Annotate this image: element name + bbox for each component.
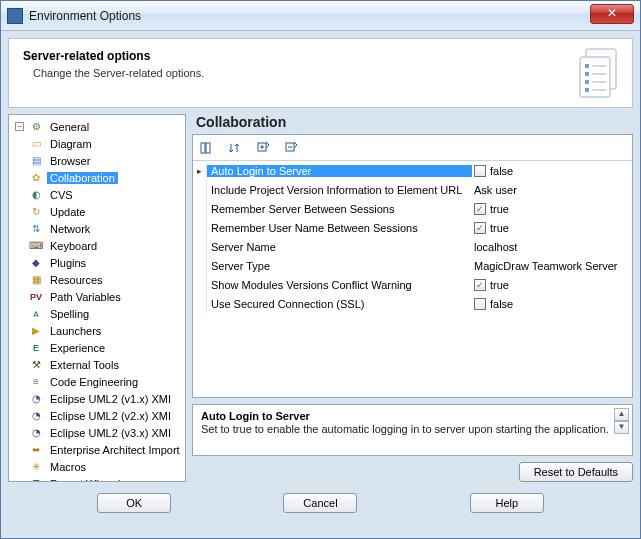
property-value-text: false <box>490 298 513 310</box>
close-button[interactable]: ✕ <box>590 4 634 24</box>
tree-item-label: Update <box>47 206 88 218</box>
tree-item-icon: ⚒ <box>28 358 44 372</box>
property-name: Remember User Name Between Sessions <box>207 222 472 234</box>
checkbox-icon[interactable]: ✓ <box>474 203 486 215</box>
tree-item-resources[interactable]: ▦Resources <box>9 271 185 288</box>
property-value[interactable]: localhost <box>472 241 632 253</box>
tree-item-label: Code Engineering <box>47 376 141 388</box>
tree-item-eclipse-uml2-v3-x-xmi[interactable]: ◔Eclipse UML2 (v3.x) XMI <box>9 424 185 441</box>
tree-item-icon: ◔ <box>28 392 44 406</box>
property-value[interactable]: ✓true <box>472 279 632 291</box>
property-name: Auto Login to Server <box>207 165 472 177</box>
property-value[interactable]: ✓true <box>472 203 632 215</box>
tree-item-collaboration[interactable]: ✿Collaboration <box>9 169 185 186</box>
tree-item-experience[interactable]: EExperience <box>9 339 185 356</box>
tree-item-label: CVS <box>47 189 76 201</box>
row-marker-icon <box>193 275 207 294</box>
tree-item-icon: PV <box>28 290 44 304</box>
tree-item-icon: ↻ <box>28 205 44 219</box>
header-panel: Server-related options Change the Server… <box>8 38 633 108</box>
tree-item-browser[interactable]: ▤Browser <box>9 152 185 169</box>
tree-item-eclipse-uml2-v2-x-xmi[interactable]: ◔Eclipse UML2 (v2.x) XMI <box>9 407 185 424</box>
svg-rect-4 <box>585 80 589 84</box>
description-scroll[interactable]: ▲▼ <box>614 408 629 434</box>
tree-item-icon: ▶ <box>28 324 44 338</box>
tree-item-label: Collaboration <box>47 172 118 184</box>
tree-item-path-variables[interactable]: PVPath Variables <box>9 288 185 305</box>
checkbox-icon[interactable] <box>474 165 486 177</box>
property-value-text: Ask user <box>474 184 517 196</box>
tree-item-label: General <box>47 121 92 133</box>
tree-item-icon: ≣ <box>28 477 44 483</box>
section-title: Collaboration <box>196 114 633 130</box>
tree-item-label: Launchers <box>47 325 104 337</box>
property-value-text: true <box>490 203 509 215</box>
grid-expand-icon[interactable] <box>253 138 273 158</box>
property-row[interactable]: ▸Auto Login to Serverfalse <box>193 161 632 180</box>
tree-item-label: Eclipse UML2 (v3.x) XMI <box>47 427 174 439</box>
tree-item-code-engineering[interactable]: ≡Code Engineering <box>9 373 185 390</box>
tree-item-eclipse-uml2-v1-x-xmi[interactable]: ◔Eclipse UML2 (v1.x) XMI <box>9 390 185 407</box>
tree-item-icon: ◔ <box>28 426 44 440</box>
checkbox-icon[interactable]: ✓ <box>474 222 486 234</box>
property-row[interactable]: Include Project Version Information to E… <box>193 180 632 199</box>
tree-item-cvs[interactable]: ◐CVS <box>9 186 185 203</box>
property-row[interactable]: Show Modules Versions Conflict Warning✓t… <box>193 275 632 294</box>
property-row[interactable]: Server Namelocalhost <box>193 237 632 256</box>
tree-item-enterprise-architect-import[interactable]: ⬌Enterprise Architect Import <box>9 441 185 458</box>
tree-item-label: Path Variables <box>47 291 124 303</box>
property-name: Include Project Version Information to E… <box>207 184 472 196</box>
ok-button[interactable]: OK <box>97 493 171 513</box>
tree-item-icon: ⚙ <box>28 120 44 134</box>
tree-item-keyboard[interactable]: ⌨Keyboard <box>9 237 185 254</box>
tree-item-spelling[interactable]: ᴀSpelling <box>9 305 185 322</box>
property-row[interactable]: Server TypeMagicDraw Teamwork Server <box>193 256 632 275</box>
tree-item-macros[interactable]: ✳Macros <box>9 458 185 475</box>
property-row[interactable]: Use Secured Connection (SSL)false <box>193 294 632 313</box>
row-marker-icon <box>193 237 207 256</box>
property-name: Use Secured Connection (SSL) <box>207 298 472 310</box>
property-row[interactable]: Remember User Name Between Sessions✓true <box>193 218 632 237</box>
header-title: Server-related options <box>23 49 618 63</box>
svg-rect-5 <box>585 88 589 92</box>
property-value[interactable]: false <box>472 165 632 177</box>
property-value[interactable]: ✓true <box>472 222 632 234</box>
description-text: Set to true to enable the automatic logg… <box>201 423 624 435</box>
tree-item-icon: ᴀ <box>28 307 44 321</box>
tree-item-icon: ⇅ <box>28 222 44 236</box>
grid-sort-icon[interactable] <box>225 138 245 158</box>
help-button[interactable]: Help <box>470 493 544 513</box>
tree-item-report-wizard[interactable]: ≣Report Wizard <box>9 475 185 482</box>
svg-rect-10 <box>201 143 205 153</box>
property-value[interactable]: false <box>472 298 632 310</box>
tree-item-general[interactable]: −⚙General <box>9 118 185 135</box>
grid-toolbar <box>193 135 632 161</box>
property-value-text: true <box>490 222 509 234</box>
tree-item-launchers[interactable]: ▶Launchers <box>9 322 185 339</box>
checkbox-icon[interactable]: ✓ <box>474 279 486 291</box>
app-icon <box>7 8 23 24</box>
grid-columns-icon[interactable] <box>197 138 217 158</box>
tree-item-external-tools[interactable]: ⚒External Tools <box>9 356 185 373</box>
tree-item-network[interactable]: ⇅Network <box>9 220 185 237</box>
tree-item-label: Spelling <box>47 308 92 320</box>
checkbox-icon[interactable] <box>474 298 486 310</box>
tree-item-diagram[interactable]: ▭Diagram <box>9 135 185 152</box>
tree-item-update[interactable]: ↻Update <box>9 203 185 220</box>
property-value-text: false <box>490 165 513 177</box>
property-value-text: true <box>490 279 509 291</box>
description-panel: Auto Login to Server Set to true to enab… <box>192 404 633 456</box>
tree-item-label: Resources <box>47 274 106 286</box>
property-value[interactable]: MagicDraw Teamwork Server <box>472 260 632 272</box>
property-row[interactable]: Remember Server Between Sessions✓true <box>193 199 632 218</box>
tree-item-label: Report Wizard <box>47 478 123 483</box>
cancel-button[interactable]: Cancel <box>283 493 357 513</box>
row-marker-icon: ▸ <box>193 161 207 180</box>
property-value[interactable]: Ask user <box>472 184 632 196</box>
reset-button[interactable]: Reset to Defaults <box>519 462 633 482</box>
svg-rect-11 <box>206 143 210 153</box>
tree-item-plugins[interactable]: ◆Plugins <box>9 254 185 271</box>
category-tree[interactable]: −⚙General▭Diagram▤Browser✿Collaboration◐… <box>8 114 186 482</box>
header-illustration-icon <box>574 45 622 101</box>
grid-collapse-icon[interactable] <box>281 138 301 158</box>
